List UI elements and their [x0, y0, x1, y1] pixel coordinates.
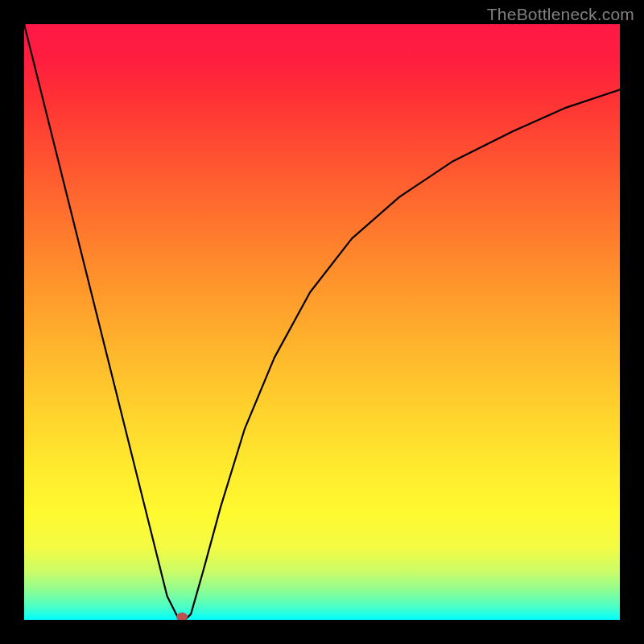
- watermark-text: TheBottleneck.com: [487, 5, 634, 24]
- chart-svg: [24, 24, 620, 620]
- chart-frame: TheBottleneck.com: [0, 0, 644, 644]
- bottleneck-curve: [24, 24, 620, 620]
- plot-area: [24, 24, 620, 620]
- min-marker: [176, 613, 188, 620]
